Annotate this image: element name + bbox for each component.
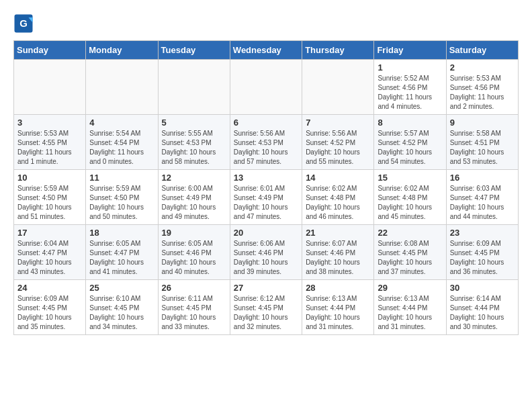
- day-cell: 14Sunrise: 6:02 AM Sunset: 4:48 PM Dayli…: [302, 170, 374, 225]
- page: G SundayMondayTuesdayWednesdayThursdayFr…: [0, 0, 532, 342]
- logo: G: [13, 13, 36, 34]
- cell-text: Sunrise: 6:08 AM Sunset: 4:45 PM Dayligh…: [378, 239, 442, 277]
- cell-text: Sunrise: 5:53 AM Sunset: 4:55 PM Dayligh…: [17, 129, 82, 167]
- day-number: 24: [17, 283, 82, 293]
- header-sunday: Sunday: [14, 41, 86, 60]
- day-cell: 12Sunrise: 6:00 AM Sunset: 4:49 PM Dayli…: [158, 170, 230, 225]
- cell-text: Sunrise: 6:05 AM Sunset: 4:47 PM Dayligh…: [89, 239, 154, 277]
- day-cell: 10Sunrise: 5:59 AM Sunset: 4:50 PM Dayli…: [14, 170, 86, 225]
- cell-text: Sunrise: 6:12 AM Sunset: 4:45 PM Dayligh…: [234, 294, 298, 332]
- cell-text: Sunrise: 6:10 AM Sunset: 4:45 PM Dayligh…: [89, 294, 154, 332]
- day-cell: 20Sunrise: 6:06 AM Sunset: 4:46 PM Dayli…: [230, 225, 302, 280]
- day-cell: 24Sunrise: 6:09 AM Sunset: 4:45 PM Dayli…: [14, 280, 86, 335]
- day-cell: 30Sunrise: 6:14 AM Sunset: 4:44 PM Dayli…: [446, 280, 518, 335]
- day-cell: 1Sunrise: 5:52 AM Sunset: 4:56 PM Daylig…: [374, 60, 446, 115]
- week-row-4: 17Sunrise: 6:04 AM Sunset: 4:47 PM Dayli…: [14, 225, 519, 280]
- day-number: 18: [89, 228, 154, 238]
- day-number: 7: [306, 118, 370, 128]
- header-monday: Monday: [86, 41, 158, 60]
- day-cell: 17Sunrise: 6:04 AM Sunset: 4:47 PM Dayli…: [14, 225, 86, 280]
- day-number: 12: [162, 173, 226, 183]
- cell-text: Sunrise: 6:11 AM Sunset: 4:45 PM Dayligh…: [162, 294, 226, 332]
- week-row-2: 3Sunrise: 5:53 AM Sunset: 4:55 PM Daylig…: [14, 115, 519, 170]
- day-cell: 21Sunrise: 6:07 AM Sunset: 4:46 PM Dayli…: [302, 225, 374, 280]
- cell-text: Sunrise: 6:03 AM Sunset: 4:47 PM Dayligh…: [450, 184, 515, 222]
- day-number: 8: [378, 118, 442, 128]
- day-cell: 13Sunrise: 6:01 AM Sunset: 4:49 PM Dayli…: [230, 170, 302, 225]
- header: G: [13, 13, 519, 34]
- day-number: 1: [378, 62, 442, 73]
- cell-text: Sunrise: 6:00 AM Sunset: 4:49 PM Dayligh…: [162, 184, 226, 222]
- cell-text: Sunrise: 5:56 AM Sunset: 4:53 PM Dayligh…: [234, 129, 298, 167]
- day-cell: [158, 60, 230, 115]
- day-number: 10: [17, 173, 82, 183]
- header-tuesday: Tuesday: [158, 41, 230, 60]
- day-cell: [14, 60, 86, 115]
- day-cell: 11Sunrise: 5:59 AM Sunset: 4:50 PM Dayli…: [86, 170, 158, 225]
- logo-icon: G: [13, 13, 34, 34]
- day-number: 29: [378, 283, 442, 293]
- day-number: 19: [162, 228, 226, 238]
- header-thursday: Thursday: [302, 41, 374, 60]
- cell-text: Sunrise: 6:01 AM Sunset: 4:49 PM Dayligh…: [234, 184, 298, 222]
- day-number: 14: [306, 173, 370, 183]
- svg-text:G: G: [19, 17, 28, 29]
- cell-text: Sunrise: 5:53 AM Sunset: 4:56 PM Dayligh…: [450, 74, 515, 111]
- day-number: 27: [234, 283, 298, 293]
- cell-text: Sunrise: 6:09 AM Sunset: 4:45 PM Dayligh…: [450, 239, 515, 277]
- day-cell: 2Sunrise: 5:53 AM Sunset: 4:56 PM Daylig…: [446, 60, 518, 115]
- cell-text: Sunrise: 6:02 AM Sunset: 4:48 PM Dayligh…: [378, 184, 442, 222]
- day-number: 20: [234, 228, 298, 238]
- day-cell: 22Sunrise: 6:08 AM Sunset: 4:45 PM Dayli…: [374, 225, 446, 280]
- header-row: SundayMondayTuesdayWednesdayThursdayFrid…: [14, 41, 519, 60]
- day-number: 2: [450, 62, 515, 73]
- cell-text: Sunrise: 6:02 AM Sunset: 4:48 PM Dayligh…: [306, 184, 370, 222]
- cell-text: Sunrise: 6:13 AM Sunset: 4:44 PM Dayligh…: [306, 294, 370, 332]
- day-cell: 7Sunrise: 5:56 AM Sunset: 4:52 PM Daylig…: [302, 115, 374, 170]
- day-number: 11: [89, 173, 154, 183]
- cell-text: Sunrise: 5:56 AM Sunset: 4:52 PM Dayligh…: [306, 129, 370, 167]
- header-friday: Friday: [374, 41, 446, 60]
- day-number: 17: [17, 228, 82, 238]
- day-cell: 23Sunrise: 6:09 AM Sunset: 4:45 PM Dayli…: [446, 225, 518, 280]
- day-number: 3: [17, 118, 82, 128]
- week-row-5: 24Sunrise: 6:09 AM Sunset: 4:45 PM Dayli…: [14, 280, 519, 335]
- day-number: 4: [89, 118, 154, 128]
- day-number: 23: [450, 228, 515, 238]
- day-cell: 16Sunrise: 6:03 AM Sunset: 4:47 PM Dayli…: [446, 170, 518, 225]
- day-number: 5: [162, 118, 226, 128]
- day-cell: [230, 60, 302, 115]
- day-cell: 8Sunrise: 5:57 AM Sunset: 4:52 PM Daylig…: [374, 115, 446, 170]
- day-number: 22: [378, 228, 442, 238]
- day-number: 13: [234, 173, 298, 183]
- day-cell: [302, 60, 374, 115]
- day-cell: 15Sunrise: 6:02 AM Sunset: 4:48 PM Dayli…: [374, 170, 446, 225]
- calendar-table: SundayMondayTuesdayWednesdayThursdayFrid…: [13, 40, 519, 335]
- day-number: 25: [89, 283, 154, 293]
- day-cell: 6Sunrise: 5:56 AM Sunset: 4:53 PM Daylig…: [230, 115, 302, 170]
- day-cell: 28Sunrise: 6:13 AM Sunset: 4:44 PM Dayli…: [302, 280, 374, 335]
- cell-text: Sunrise: 5:57 AM Sunset: 4:52 PM Dayligh…: [378, 129, 442, 167]
- header-wednesday: Wednesday: [230, 41, 302, 60]
- day-cell: 9Sunrise: 5:58 AM Sunset: 4:51 PM Daylig…: [446, 115, 518, 170]
- cell-text: Sunrise: 6:13 AM Sunset: 4:44 PM Dayligh…: [378, 294, 442, 332]
- cell-text: Sunrise: 5:59 AM Sunset: 4:50 PM Dayligh…: [17, 184, 82, 222]
- day-cell: 25Sunrise: 6:10 AM Sunset: 4:45 PM Dayli…: [86, 280, 158, 335]
- cell-text: Sunrise: 6:09 AM Sunset: 4:45 PM Dayligh…: [17, 294, 82, 332]
- day-number: 30: [450, 283, 515, 293]
- cell-text: Sunrise: 6:14 AM Sunset: 4:44 PM Dayligh…: [450, 294, 515, 332]
- day-number: 6: [234, 118, 298, 128]
- cell-text: Sunrise: 5:54 AM Sunset: 4:54 PM Dayligh…: [89, 129, 154, 167]
- day-cell: 3Sunrise: 5:53 AM Sunset: 4:55 PM Daylig…: [14, 115, 86, 170]
- day-cell: 27Sunrise: 6:12 AM Sunset: 4:45 PM Dayli…: [230, 280, 302, 335]
- day-number: 21: [306, 228, 370, 238]
- header-saturday: Saturday: [446, 41, 518, 60]
- cell-text: Sunrise: 6:07 AM Sunset: 4:46 PM Dayligh…: [306, 239, 370, 277]
- cell-text: Sunrise: 5:58 AM Sunset: 4:51 PM Dayligh…: [450, 129, 515, 167]
- cell-text: Sunrise: 5:52 AM Sunset: 4:56 PM Dayligh…: [378, 74, 442, 111]
- cell-text: Sunrise: 6:04 AM Sunset: 4:47 PM Dayligh…: [17, 239, 82, 277]
- day-cell: 29Sunrise: 6:13 AM Sunset: 4:44 PM Dayli…: [374, 280, 446, 335]
- cell-text: Sunrise: 6:05 AM Sunset: 4:46 PM Dayligh…: [162, 239, 226, 277]
- week-row-3: 10Sunrise: 5:59 AM Sunset: 4:50 PM Dayli…: [14, 170, 519, 225]
- day-number: 16: [450, 173, 515, 183]
